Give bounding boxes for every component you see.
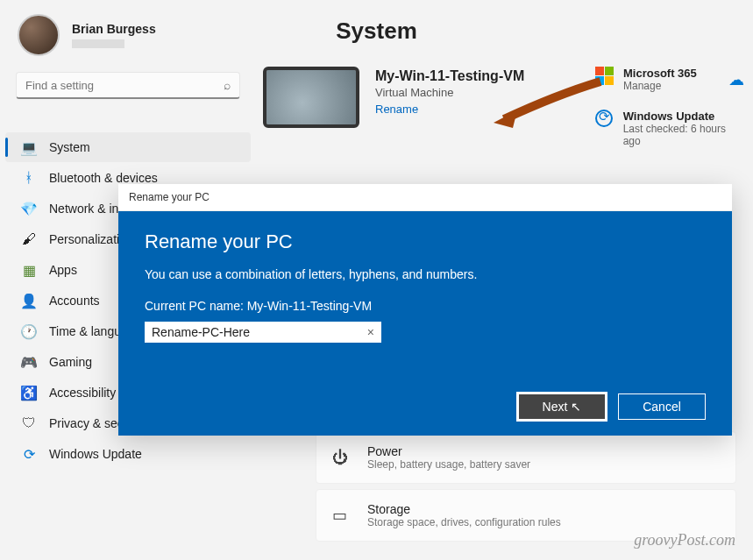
microsoft-365-card[interactable]: Microsoft 365 Manage [595, 67, 744, 92]
apps-icon: ▦ [21, 262, 37, 278]
sidebar-item-label: Apps [49, 263, 77, 277]
user-email-redacted [72, 39, 124, 48]
watermark: groovyPost.com [634, 531, 735, 549]
user-name: Brian Burgess [72, 22, 156, 36]
cursor-icon: ↖ [571, 400, 581, 414]
dialog-desc: You can use a combination of letters, hy… [145, 267, 706, 281]
clock-icon: 🕐 [21, 323, 37, 339]
sidebar-item-label: System [49, 140, 90, 154]
display-icon: 💻 [21, 139, 37, 155]
sidebar-item-label: Windows Update [49, 447, 142, 461]
sidebar-item-system[interactable]: 💻 System [5, 132, 251, 162]
dialog-titlebar: Rename your PC [118, 184, 732, 211]
shield-icon: 🛡 [21, 415, 37, 431]
power-icon: ⏻ [332, 449, 352, 467]
desktop-thumbnail [263, 67, 359, 128]
brush-icon: 🖌 [21, 231, 37, 247]
onedrive-icon[interactable]: ☁ [728, 70, 744, 89]
settings-list: ⏻ Power Sleep, battery usage, battery sa… [316, 431, 736, 547]
setting-title: Storage [367, 502, 561, 516]
sidebar-item-update[interactable]: ⟳ Windows Update [5, 439, 251, 469]
sidebar-item-label: Bluetooth & devices [49, 171, 158, 185]
dialog-heading: Rename your PC [145, 230, 706, 253]
cancel-button[interactable]: Cancel [618, 393, 706, 420]
windows-update-card[interactable]: Windows Update Last checked: 6 hours ago [595, 110, 744, 147]
setting-desc: Storage space, drives, configuration rul… [367, 516, 561, 528]
pc-card: My-Win-11-Testing-VM Virtual Machine Ren… [263, 67, 744, 128]
pc-name: My-Win-11-Testing-VM [375, 68, 524, 84]
sidebar-item-label: Accounts [49, 294, 100, 308]
sidebar-item-label: Gaming [49, 355, 92, 369]
pc-name-input-wrap[interactable]: × [145, 322, 381, 343]
avatar[interactable] [18, 14, 60, 56]
update-icon: ⟳ [21, 446, 37, 462]
update-sub: Last checked: 6 hours ago [623, 123, 744, 147]
sync-icon [595, 110, 613, 127]
clear-icon[interactable]: × [367, 325, 374, 339]
ms365-title: Microsoft 365 [623, 67, 697, 80]
accessibility-icon: ♿ [21, 385, 37, 401]
pc-type: Virtual Machine [375, 86, 524, 99]
page-title: System [336, 18, 417, 45]
next-button[interactable]: Next↖ [518, 393, 606, 420]
setting-desc: Sleep, battery usage, battery saver [367, 458, 530, 471]
bluetooth-icon: ᚼ [21, 170, 37, 186]
search-box[interactable]: ⌕ [16, 72, 240, 99]
microsoft-logo-icon [595, 67, 614, 85]
rename-dialog: Rename your PC Rename your PC You can us… [118, 184, 732, 436]
setting-row-power[interactable]: ⏻ Power Sleep, battery usage, battery sa… [316, 431, 736, 484]
sidebar-item-label: Accessibility [49, 386, 116, 400]
setting-title: Power [367, 444, 530, 458]
rename-link[interactable]: Rename [375, 103, 524, 116]
gaming-icon: 🎮 [21, 354, 37, 370]
dialog-current-name: Current PC name: My-Win-11-Testing-VM [145, 299, 706, 313]
search-input[interactable] [25, 79, 224, 92]
person-icon: 👤 [21, 293, 37, 308]
update-title: Windows Update [623, 110, 744, 123]
network-icon: 💎 [21, 201, 37, 216]
ms365-sub: Manage [623, 80, 697, 92]
search-icon: ⌕ [224, 78, 231, 92]
storage-icon: ▭ [332, 506, 352, 525]
pc-name-input[interactable] [152, 325, 367, 339]
